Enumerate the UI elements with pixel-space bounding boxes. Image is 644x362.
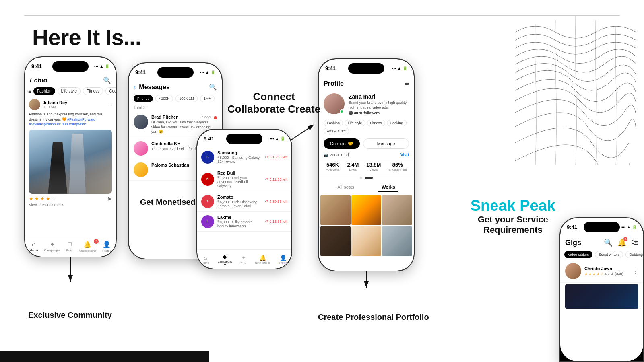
- p4-filter-script-writers[interactable]: Script writers: [595, 251, 623, 258]
- p2-avatar-paloma: [134, 162, 148, 177]
- p2b-notif-icon: 🔔: [259, 255, 266, 261]
- p2-filters: Friends <100K 100K-1M 1M+: [129, 93, 222, 104]
- p2-search-icon[interactable]: 🔍: [209, 83, 217, 91]
- p1-nav-campaigns[interactable]: ♦ Campaigns: [44, 241, 60, 252]
- lakme-desc: ₹8,900 - Silky smooth beauty innovation: [217, 220, 262, 228]
- p1-nav-post[interactable]: □ Post: [66, 241, 73, 252]
- p2b-nav-campaigns[interactable]: ◆ Campaigns: [218, 253, 232, 265]
- p2-name-paloma: Paloma Sebastian: [151, 162, 189, 167]
- p1-nav-home[interactable]: ⌂ Home: [29, 241, 38, 252]
- p3-bio: Brand your brand by my high quality high…: [349, 101, 409, 110]
- p2-header: ‹ Messages 🔍: [129, 81, 222, 93]
- zomato-logo: Z: [201, 195, 214, 208]
- status-icons-1: ▪▪▪ ▲ 🔋: [94, 64, 109, 68]
- p4-filter-dubbing-artist[interactable]: Dubbing artist: [625, 251, 643, 258]
- p1-tab-fashion[interactable]: Fashion: [33, 87, 55, 95]
- p4-search-icon[interactable]: 🔍: [604, 238, 613, 247]
- p2-name-cinderella: Cinderella KH: [151, 141, 180, 146]
- p4-more-icon[interactable]: ⋮: [632, 267, 638, 275]
- samsung-desc: ₹8,900 - Samsung Galaxy S24 review: [217, 156, 262, 164]
- p3-grid-item-1[interactable]: [320, 195, 351, 225]
- p1-header: Echio 🔍: [25, 75, 116, 86]
- p1-nav-profile[interactable]: 👤 Profile: [102, 241, 111, 253]
- p3-connect-button[interactable]: Connect 🤝: [324, 138, 360, 149]
- status-time-3: 9:41: [325, 65, 336, 71]
- profile-icon: 👤: [103, 241, 111, 248]
- p2-filter-100k-1m[interactable]: 100K-1M: [175, 95, 198, 102]
- p1-comments[interactable]: View all 69 comments: [29, 203, 112, 207]
- samsung-logo: S: [201, 151, 214, 164]
- sneak-peak-section: Sneak Peak Get your ServiceRequirements: [471, 197, 555, 236]
- p4-notif-icon[interactable]: 🔔 2: [617, 238, 626, 247]
- p2-filter-100k[interactable]: <100K: [155, 95, 173, 102]
- p2b-nav-home[interactable]: ⌂ Home: [202, 255, 209, 264]
- phone-community: 9:41 ▪▪▪ ▲ 🔋 Echio 🔍 ≡ Fashion Life styl…: [24, 56, 117, 257]
- p2-filter-friends[interactable]: Friends: [134, 95, 153, 102]
- status-time-2b: 9:41: [204, 136, 214, 142]
- p1-nav-profile-label: Profile: [102, 249, 111, 253]
- p3-grid-item-5[interactable]: [351, 226, 382, 256]
- p1-tab-lifestyle[interactable]: Life style: [58, 87, 80, 95]
- p4-gig-item[interactable]: Christo Jawn ★★★★☆ 4.2 ★ (348) ⋮: [560, 260, 643, 283]
- p3-tag-arts[interactable]: Arts & Craft: [324, 128, 349, 134]
- p3-visit-link[interactable]: Visit: [400, 153, 409, 157]
- p3-tab-works[interactable]: Works: [378, 183, 398, 192]
- sneak-peak-title: Sneak Peak: [471, 197, 555, 214]
- p1-nav-notif-label: Notifications: [79, 249, 97, 253]
- p1-post-time: 8:39 AM: [43, 105, 67, 109]
- samsung-name: Samsung: [217, 150, 262, 155]
- campaign-samsung[interactable]: S Samsung ₹8,900 - Samsung Galaxy S24 re…: [197, 147, 291, 167]
- p2b-nav-post[interactable]: ＋ Post: [241, 254, 246, 265]
- p2-filter-1m-plus[interactable]: 1M+: [200, 95, 215, 102]
- p1-post-image: [29, 130, 112, 194]
- status-time-2: 9:41: [135, 69, 146, 75]
- p4-gig-body: Christo Jawn ★★★★☆ 4.2 ★ (348): [584, 266, 629, 276]
- campaigns-icon: ♦: [51, 241, 54, 248]
- p2-back-button[interactable]: ‹: [134, 84, 136, 91]
- p1-more-icon[interactable]: ···: [107, 101, 112, 108]
- status-icons-3: ▪▪▪ ▲ 🔋: [392, 66, 407, 70]
- p3-indicator-dots: [319, 174, 414, 181]
- p3-grid-item-2[interactable]: [351, 195, 382, 225]
- p3-grid-item-3[interactable]: [382, 195, 412, 225]
- p4-filter-video-editors[interactable]: Video editors: [564, 251, 592, 258]
- p3-tag-fashion[interactable]: Fashion: [324, 120, 343, 126]
- zomato-desc: ₹6,700 - Dish Discovery: Zomato Flavor S…: [217, 200, 262, 208]
- p1-tab-fitness[interactable]: Fitness: [83, 87, 103, 95]
- dynamic-island-4: [584, 222, 620, 232]
- p3-tab-all-posts[interactable]: All posts: [334, 183, 357, 192]
- p1-avatar: [29, 99, 40, 110]
- p3-title: Profile: [324, 80, 344, 87]
- p4-gig-avatar: [565, 263, 581, 279]
- bottom-bar: [0, 351, 209, 362]
- p3-grid-item-4[interactable]: [320, 226, 351, 256]
- label-connect-collaborate-create: ConnectCollaborate Create: [227, 90, 320, 115]
- p2b-nav-profile[interactable]: 👤 Profile: [279, 255, 287, 264]
- p1-search-icon[interactable]: 🔍: [103, 76, 111, 84]
- p1-share-icon[interactable]: ➤: [107, 195, 112, 202]
- p4-cart-icon[interactable]: 🛍: [631, 238, 638, 247]
- p3-tag-lifestyle[interactable]: Life style: [345, 120, 365, 126]
- campaign-lakme[interactable]: L Lakme ₹8,900 - Silky smooth beauty inn…: [197, 212, 291, 232]
- lakme-timer: ⏱ 0:15:56 left: [265, 220, 287, 224]
- status-icons-4: ▪▪▪ ▲ 🔋: [621, 225, 637, 229]
- campaign-redbull[interactable]: R Red Bull ₹1,200 - Fuel your adventure:…: [197, 167, 291, 191]
- p1-rating: ★★★★☆ ➤: [29, 194, 112, 203]
- campaign-zomato[interactable]: Z Zomato ₹6,700 - Dish Discovery: Zomato…: [197, 191, 291, 212]
- p2b-nav-notifications[interactable]: 🔔 Notifications: [255, 255, 270, 264]
- p3-tag-fitness[interactable]: Fitness: [367, 120, 385, 126]
- p3-menu-icon[interactable]: ≡: [405, 79, 409, 88]
- p3-online-dot: [340, 109, 344, 113]
- p2-text-brad: Hi Zana, Did you saw that Maryan's video…: [151, 120, 211, 134]
- status-time-4: 9:41: [567, 224, 577, 230]
- p3-profile-info: Zana mari Brand your brand by my high qu…: [319, 90, 414, 118]
- p3-grid-item-6[interactable]: [382, 226, 412, 256]
- p1-nav-notifications[interactable]: 🔔 2 Notifications: [79, 241, 97, 253]
- p3-message-button[interactable]: Message: [363, 138, 409, 149]
- zomato-timer: ⏱ 2:30:56 left: [265, 200, 287, 204]
- p2-title: Messages: [139, 84, 206, 91]
- redbull-logo: R: [201, 173, 214, 186]
- phone-campaigns: 9:41 ▪▪▪ ▲ 🔋 S Samsung ₹8,900 - Samsung …: [196, 129, 292, 269]
- p3-tag-cooking[interactable]: Cooking: [387, 120, 407, 126]
- p1-tab-cooking[interactable]: Cooking: [105, 87, 116, 95]
